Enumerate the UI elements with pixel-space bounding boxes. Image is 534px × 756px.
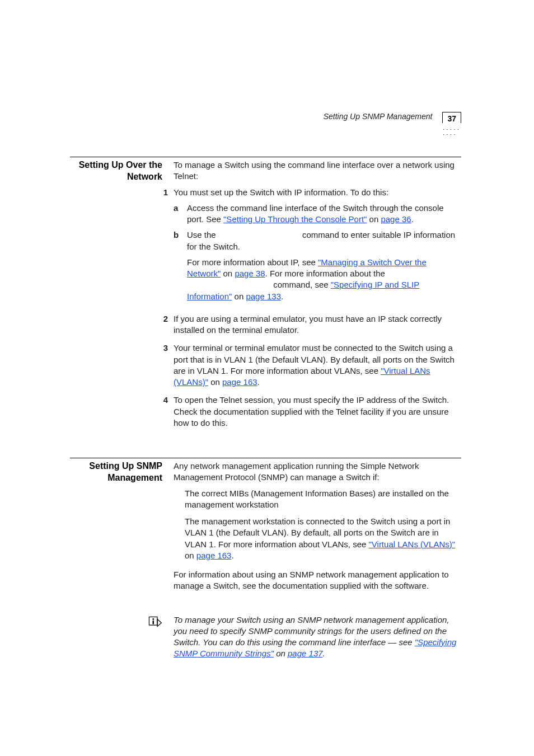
list-text: To open the Telnet session, you must spe… — [174, 395, 461, 429]
intro-text: Any network management application runni… — [174, 461, 461, 483]
list-number: 4 — [161, 395, 174, 429]
section-body: To manage a Switch using the command lin… — [174, 159, 461, 435]
list-text: You must set up the Switch with IP infor… — [174, 187, 388, 197]
svg-rect-3 — [153, 620, 154, 624]
intro-text: To manage a Switch using the command lin… — [174, 159, 461, 182]
info-paragraph: For information about using an SNMP netw… — [174, 569, 461, 592]
link-console-port[interactable]: "Setting Up Through the Console Port" — [223, 214, 367, 224]
link-page-163[interactable]: page 163 — [196, 551, 232, 560]
link-page-36[interactable]: page 36 — [381, 214, 411, 224]
link-page-133[interactable]: page 133 — [246, 292, 281, 301]
body-text: Use the — [187, 230, 218, 240]
section-heading: Setting Up Over the Network — [70, 159, 174, 435]
page-number: 37 . . . . . . . . . — [442, 112, 461, 123]
bullet-item: The management workstation is connected … — [185, 516, 461, 561]
svg-marker-1 — [157, 619, 161, 626]
section-setting-up-snmp: Setting Up SNMP Management Any network m… — [70, 458, 461, 592]
link-page-38[interactable]: page 38 — [235, 269, 265, 278]
page-header: Setting Up SNMP Management 37 . . . . . … — [324, 112, 461, 123]
list-number: 3 — [161, 342, 174, 388]
sublist-item: b Use the command to enter suitable IP i… — [174, 229, 461, 302]
note-text: To manage your Switch using an SNMP netw… — [174, 615, 449, 647]
note-block: To manage your Switch using an SNMP netw… — [70, 614, 461, 660]
section-heading: Setting Up SNMP Management — [70, 461, 174, 592]
svg-point-2 — [152, 618, 154, 620]
decorative-dots: . . . . . . . . . — [443, 126, 461, 136]
list-number: 2 — [161, 313, 174, 336]
sublist-marker: b — [174, 229, 187, 302]
info-icon — [70, 614, 174, 630]
link-virtual-lans[interactable]: "Virtual LANs (VLANs)" — [368, 539, 455, 549]
section-setting-up-network: Setting Up Over the Network To manage a … — [70, 157, 461, 435]
sublist-marker: a — [174, 203, 187, 226]
bullet-item: The correct MIBs (Management Information… — [185, 488, 461, 511]
list-item: 4 To open the Telnet session, you must s… — [174, 395, 461, 429]
list-item: 1 You must set up the Switch with IP inf… — [174, 187, 461, 307]
list-item: 3 Your terminal or terminal emulator mus… — [174, 342, 461, 388]
sublist-item: a Access the command line interface of t… — [174, 203, 461, 226]
link-page-137[interactable]: page 137 — [288, 649, 323, 658]
section-body: Any network management application runni… — [174, 461, 461, 592]
list-item: 2 If you are using a terminal emulator, … — [174, 313, 461, 336]
link-page-163[interactable]: page 163 — [222, 377, 257, 387]
body-text: The correct MIBs (Management Information… — [185, 489, 449, 509]
list-text: If you are using a terminal emulator, yo… — [174, 313, 461, 336]
list-number: 1 — [161, 187, 174, 307]
header-title: Setting Up SNMP Management — [324, 112, 433, 121]
